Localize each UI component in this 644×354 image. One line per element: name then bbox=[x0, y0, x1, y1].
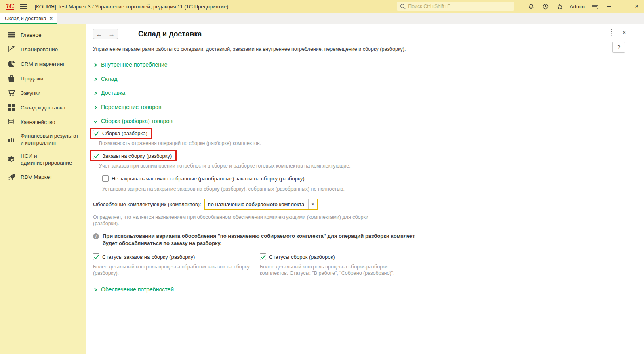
checkbox-assembly[interactable]: Сборка (разборка) bbox=[93, 130, 147, 136]
sidebar-item-finrezultat[interactable]: Финансовый результат и контроллинг bbox=[0, 129, 86, 149]
home-menu-icon bbox=[7, 31, 15, 39]
help-button[interactable]: ? bbox=[612, 42, 625, 53]
checkbox-label[interactable]: Статусы заказов на сборку (разборку) bbox=[102, 254, 195, 260]
sidebar-item-sklad-i-dostavka[interactable]: Склад и доставка bbox=[0, 100, 86, 115]
close-page-icon[interactable]: × bbox=[622, 30, 626, 36]
checkbox-assembly-orders[interactable]: Заказы на сборку (разборку) bbox=[93, 153, 172, 159]
section-peremeshchenie-tovarov[interactable]: Перемещение товаров bbox=[93, 104, 628, 110]
notifications-bell-icon[interactable] bbox=[527, 2, 535, 10]
sidebar-item-label: CRM и маркетинг bbox=[21, 61, 65, 67]
chevron-right-icon bbox=[93, 105, 98, 109]
sidebar-item-label: НСИ и администрирование bbox=[21, 153, 82, 166]
sidebar-item-label: Продажи bbox=[21, 75, 43, 82]
back-button[interactable]: ← bbox=[93, 29, 105, 39]
pie-chart-icon bbox=[7, 60, 15, 68]
sidebar-item-label: Казначейство bbox=[21, 119, 55, 126]
tab-sklad-i-dostavka[interactable]: Склад и доставка × bbox=[0, 13, 57, 24]
checkbox-checked-icon[interactable] bbox=[260, 253, 266, 260]
tab-label: Склад и доставка bbox=[5, 16, 46, 21]
checkbox-label[interactable]: Не закрывать частично собранные (разобра… bbox=[112, 176, 305, 182]
section-dostavka[interactable]: Доставка bbox=[93, 90, 628, 96]
chevron-right-icon bbox=[93, 90, 98, 95]
more-menu-icon[interactable] bbox=[611, 29, 612, 36]
shopping-cart-icon bbox=[7, 89, 15, 97]
info-note-text: При использовании варианта обособления "… bbox=[103, 233, 430, 247]
info-icon: i bbox=[93, 233, 99, 239]
separation-label: Обособление комплектующих (комплектов): bbox=[93, 201, 201, 207]
section-label: Обеспечение потребностей bbox=[101, 286, 174, 293]
highlight-box-orders: Заказы на сборку (разборку) bbox=[90, 150, 177, 161]
section-label: Внутреннее потребление bbox=[101, 61, 168, 68]
tab-close-icon[interactable]: × bbox=[49, 15, 53, 21]
section-label: Перемещение товаров bbox=[101, 104, 161, 110]
setting-description: Возможность отражения операций по сборке… bbox=[99, 140, 628, 147]
search-icon bbox=[400, 4, 406, 9]
checkbox-checked-icon[interactable] bbox=[93, 153, 99, 159]
checkbox-label[interactable]: Статусы сборок (разборок) bbox=[269, 254, 335, 260]
chevron-right-icon bbox=[93, 62, 98, 67]
section-sborka-razborka-tovarov[interactable]: Сборка (разборка) товаров bbox=[93, 118, 628, 124]
current-user[interactable]: Admin bbox=[570, 4, 585, 10]
checkbox-assembly-statuses[interactable]: Статусы сборок (разборок) bbox=[260, 253, 335, 260]
settings-page: ← → Склад и доставка × Управление параме… bbox=[86, 24, 644, 354]
warehouse-grid-icon bbox=[7, 103, 15, 111]
section-sklad[interactable]: Склад bbox=[93, 75, 628, 82]
1c-logo-icon: 1С bbox=[6, 3, 14, 10]
checkbox-order-statuses[interactable]: Статусы заказов на сборку (разборку) bbox=[93, 253, 195, 260]
service-menu-icon[interactable] bbox=[591, 2, 599, 10]
sidebar-item-rdv-market[interactable]: RDV Маркет bbox=[0, 170, 86, 184]
separation-value[interactable]: по назначению собираемого комплекта bbox=[205, 199, 309, 209]
history-icon[interactable] bbox=[541, 2, 549, 10]
planning-icon bbox=[7, 45, 15, 53]
close-window-button[interactable]: × bbox=[633, 3, 640, 10]
sidebar-item-crm[interactable]: CRM и маркетинг bbox=[0, 57, 86, 71]
setting-description: Учет заказов при возникновении потребнос… bbox=[99, 163, 628, 169]
checkbox-label[interactable]: Сборка (разборка) bbox=[102, 130, 147, 136]
sidebar-item-nsi[interactable]: НСИ и администрирование bbox=[0, 149, 86, 170]
rocket-icon bbox=[7, 173, 15, 181]
separation-description: Определяет, что является назначением при… bbox=[93, 214, 390, 227]
sidebar-item-label: Финансовый результат и контроллинг bbox=[21, 132, 82, 146]
shopping-bag-icon bbox=[7, 74, 15, 82]
section-obespechenie-potrebnostey[interactable]: Обеспечение потребностей bbox=[93, 286, 628, 293]
chevron-down-icon bbox=[93, 119, 98, 124]
checkbox-unchecked-icon[interactable] bbox=[102, 175, 109, 182]
sidebar: Главное Планирование CRM и маркетинг Про… bbox=[0, 24, 86, 354]
sidebar-item-label: RDV Маркет bbox=[21, 174, 52, 180]
coins-icon bbox=[7, 118, 15, 126]
sidebar-item-prodazhi[interactable]: Продажи bbox=[0, 71, 86, 86]
bar-chart-icon bbox=[7, 135, 15, 143]
section-vnutrennee-potreblenie[interactable]: Внутреннее потребление bbox=[93, 61, 628, 68]
maximize-button[interactable] bbox=[620, 3, 626, 10]
separation-combobox[interactable]: по назначению собираемого комплекта ▼ bbox=[204, 199, 318, 210]
sidebar-item-glavnoe[interactable]: Главное bbox=[0, 27, 86, 42]
sidebar-item-label: Закупки bbox=[21, 90, 40, 96]
setting-description: Более детальный контроль процесса сборки… bbox=[260, 264, 407, 276]
minimize-button[interactable] bbox=[606, 3, 612, 10]
checkbox-checked-icon[interactable] bbox=[93, 130, 99, 136]
main-menu-icon[interactable] bbox=[20, 4, 27, 9]
page-subtitle: Управление параметрами работы со складам… bbox=[93, 46, 406, 52]
titlebar: 1С [КОПИЯ] Test Маркет 3 / Управление то… bbox=[0, 0, 644, 13]
sidebar-item-planirovanie[interactable]: Планирование bbox=[0, 42, 86, 57]
section-label: Сборка (разборка) товаров bbox=[101, 118, 173, 124]
highlight-box-assembly: Сборка (разборка) bbox=[90, 128, 152, 139]
checkbox-checked-icon[interactable] bbox=[93, 253, 99, 260]
setting-description: Установка запрета на закрытие заказов на… bbox=[102, 186, 628, 192]
app-title: [КОПИЯ] Test Маркет 3 / Управление торго… bbox=[35, 4, 229, 10]
checkbox-no-close-partial[interactable]: Не закрывать частично собранные (разобра… bbox=[102, 175, 305, 182]
sidebar-item-kaznacheystvo[interactable]: Казначейство bbox=[0, 115, 86, 129]
sidebar-item-label: Главное bbox=[21, 31, 42, 38]
forward-button[interactable]: → bbox=[105, 29, 118, 39]
favorites-star-icon[interactable] bbox=[556, 2, 564, 10]
history-nav: ← → bbox=[93, 29, 118, 39]
global-search[interactable] bbox=[397, 2, 514, 11]
setting-description: Более детальный контроль процесса обрабо… bbox=[93, 264, 257, 276]
checkbox-label[interactable]: Заказы на сборку (разборку) bbox=[102, 153, 172, 159]
search-input[interactable] bbox=[408, 4, 511, 9]
chevron-right-icon bbox=[93, 287, 98, 292]
gear-icon bbox=[7, 155, 15, 163]
sidebar-item-label: Планирование bbox=[21, 46, 58, 53]
combo-dropdown-icon[interactable]: ▼ bbox=[309, 199, 317, 209]
sidebar-item-zakupki[interactable]: Закупки bbox=[0, 86, 86, 100]
